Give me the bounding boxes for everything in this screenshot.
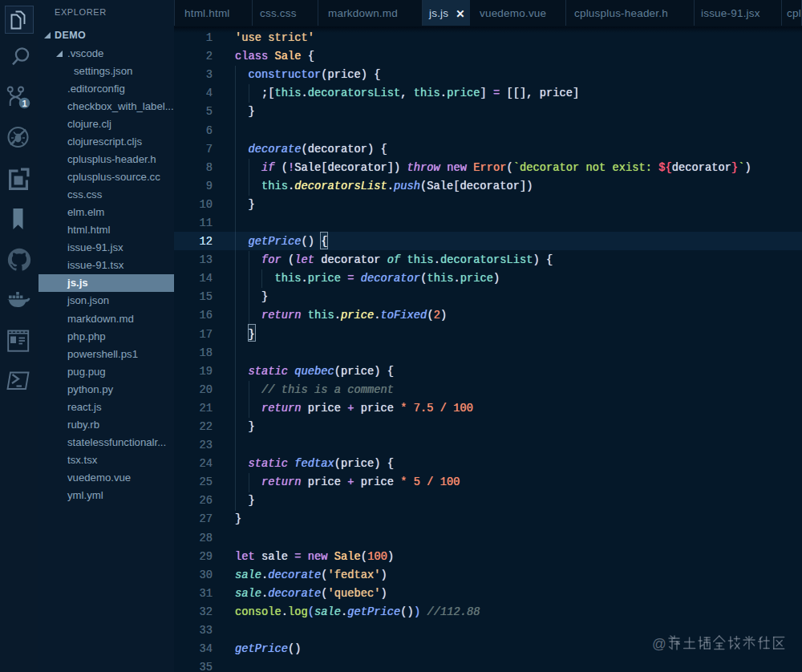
svg-text:1: 1	[22, 99, 26, 108]
svg-text:@: @	[652, 636, 666, 652]
